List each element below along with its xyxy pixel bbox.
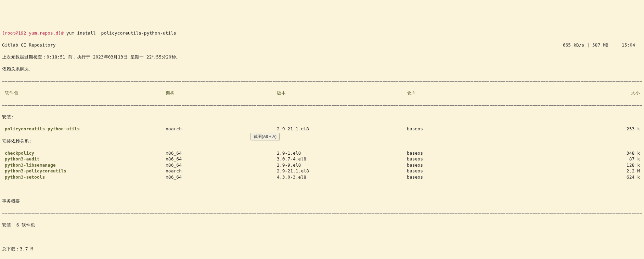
pkg-repo: baseos: [407, 126, 510, 132]
pkg-arch: x86_64: [166, 150, 277, 156]
pkg-name: python3-setools: [2, 174, 166, 180]
package-row: python3-setoolsx86_644.3.0-3.el8baseos62…: [2, 174, 642, 180]
install-label: 安装:: [2, 114, 642, 120]
col-version: 版本: [277, 90, 407, 96]
package-row: python3-libsemanagex86_642.9-9.el8baseos…: [2, 162, 642, 168]
total-download: 总下载：3.7 M: [2, 246, 642, 252]
pkg-size: 87 k: [510, 156, 642, 162]
pkg-name: policycoreutils-python-utils: [2, 126, 166, 132]
pkg-size: 2.2 M: [510, 168, 642, 174]
col-repo: 仓库: [407, 90, 510, 96]
pkg-repo: baseos: [407, 174, 510, 180]
separator: ========================================…: [2, 78, 642, 84]
screenshot-tooltip[interactable]: 截图(Alt + A): [250, 133, 280, 140]
tooltip-label: 截图(Alt + A): [254, 134, 276, 139]
pkg-name: python3-policycoreutils: [2, 168, 166, 174]
pkg-arch: x86_64: [166, 174, 277, 180]
pkg-size: 253 k: [510, 126, 642, 132]
package-row: policycoreutils-python-utilsnoarch2.9-21…: [2, 126, 642, 132]
pkg-ver: 2.9-21.1.el8: [277, 168, 407, 174]
pkg-repo: baseos: [407, 168, 510, 174]
pkg-name: python3-libsemanage: [2, 162, 166, 168]
terminal[interactable]: [root@192 yum.repos.d]# yum install poli…: [0, 24, 644, 259]
package-row: python3-auditx86_643.0.7-4.el8baseos87 k: [2, 156, 642, 162]
repo-stats: 665 kB/s | 587 MB 15:04: [563, 42, 642, 48]
table-header: 软件包架构版本仓库大小: [2, 90, 642, 96]
pkg-ver: 2.9-9.el8: [277, 162, 407, 168]
repo-line: Gitlab CE Repository665 kB/s | 587 MB 15…: [2, 42, 642, 48]
package-row: python3-policycoreutilsnoarch2.9-21.1.el…: [2, 168, 642, 174]
col-package: 软件包: [2, 90, 166, 96]
dep-resolved: 依赖关系解决。: [2, 66, 642, 72]
pkg-arch: x86_64: [166, 162, 277, 168]
separator: ========================================…: [2, 102, 642, 108]
pkg-arch: noarch: [166, 168, 277, 174]
pkg-arch: noarch: [166, 126, 277, 132]
col-size: 大小: [510, 90, 642, 96]
shell-prompt: [root@192 yum.repos.d]#: [2, 30, 66, 36]
summary-line: 安装 6 软件包: [2, 222, 642, 228]
command-text: yum install policycoreutils-python-utils: [66, 30, 176, 36]
package-row: checkpolicyx86_642.9-1.el8baseos348 k: [2, 150, 642, 156]
prompt-line: [root@192 yum.repos.d]# yum install poli…: [2, 30, 642, 36]
col-arch: 架构: [166, 90, 277, 96]
pkg-ver: 2.9-1.el8: [277, 150, 407, 156]
repo-name: Gitlab CE Repository: [2, 42, 563, 48]
summary-header: 事务概要: [2, 198, 642, 204]
depinstall-label: 安装依赖关系:: [2, 138, 642, 144]
blank-line: [2, 186, 642, 192]
pkg-repo: baseos: [407, 150, 510, 156]
pkg-ver: 3.0.7-4.el8: [277, 156, 407, 162]
pkg-name: python3-audit: [2, 156, 166, 162]
pkg-size: 128 k: [510, 162, 642, 168]
pkg-repo: baseos: [407, 162, 510, 168]
pkg-size: 348 k: [510, 150, 642, 156]
metadata-line: 上次元数据过期检查：0:18:51 前，执行于 2023年03月13日 星期一 …: [2, 54, 642, 60]
pkg-name: checkpolicy: [2, 150, 166, 156]
pkg-ver: 2.9-21.1.el8: [277, 126, 407, 132]
pkg-arch: x86_64: [166, 156, 277, 162]
pkg-size: 624 k: [510, 174, 642, 180]
separator: ========================================…: [2, 210, 642, 216]
pkg-ver: 4.3.0-3.el8: [277, 174, 407, 180]
pkg-repo: baseos: [407, 156, 510, 162]
blank-line: [2, 234, 642, 240]
